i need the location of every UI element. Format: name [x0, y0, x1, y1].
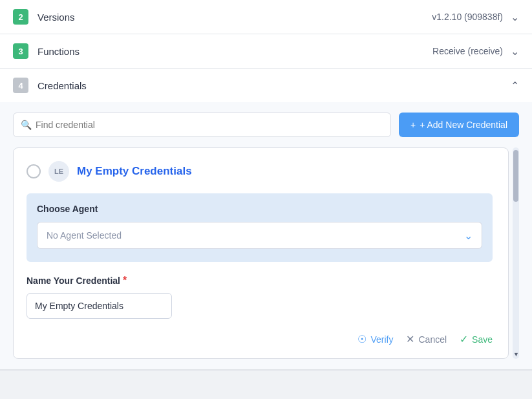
accordion-meta-versions: v1.2.10 (909838f) — [432, 12, 503, 22]
scroll-down-arrow[interactable]: ▼ — [513, 351, 519, 358]
step-badge-functions: 3 — [13, 43, 28, 59]
chevron-up-icon-credentials: ⌃ — [511, 80, 519, 92]
cancel-icon: ✕ — [406, 333, 414, 345]
accordion-title-versions: Versions — [37, 12, 432, 23]
scrollbar-track: ▼ — [513, 147, 519, 359]
agent-select[interactable]: No Agent Selected ⌄ — [37, 222, 482, 249]
credential-name-input[interactable] — [27, 293, 172, 319]
credential-card: LE My Empty Credentials Choose Agent No … — [13, 147, 509, 359]
credential-radio[interactable] — [27, 164, 41, 178]
agent-select-placeholder: No Agent Selected — [47, 230, 122, 241]
cancel-label: Cancel — [418, 334, 447, 345]
avatar: LE — [48, 161, 69, 182]
chevron-down-icon-versions: ⌄ — [511, 11, 519, 23]
choose-agent-box: Choose Agent No Agent Selected ⌄ — [27, 193, 493, 262]
required-star: * — [123, 275, 127, 286]
name-credential-section: Name Your Credential * — [27, 275, 493, 319]
name-label-text: Name Your Credential — [27, 275, 120, 286]
cancel-button[interactable]: ✕ Cancel — [406, 333, 447, 345]
chevron-down-icon-agent: ⌄ — [464, 230, 473, 242]
choose-agent-label: Choose Agent — [37, 204, 482, 214]
save-label: Save — [472, 334, 493, 345]
verify-icon: ☉ — [357, 333, 367, 345]
add-icon: + — [410, 120, 416, 130]
save-button[interactable]: ✓ Save — [460, 333, 493, 345]
accordion-title-credentials: Credentials — [37, 80, 503, 91]
accordion-versions[interactable]: 2 Versions v1.2.10 (909838f) ⌄ — [0, 0, 532, 34]
verify-button[interactable]: ☉ Verify — [357, 333, 393, 345]
save-icon: ✓ — [460, 333, 468, 345]
search-wrapper: 🔍 — [13, 113, 391, 137]
credential-list: LE My Empty Credentials Choose Agent No … — [13, 147, 519, 359]
accordion-functions[interactable]: 3 Functions Receive (receive) ⌄ — [0, 34, 532, 69]
credential-name: My Empty Credentials — [77, 165, 192, 178]
step-badge-credentials: 4 — [13, 78, 28, 93]
card-actions: ☉ Verify ✕ Cancel ✓ Save — [27, 333, 493, 345]
search-icon: 🔍 — [21, 120, 32, 130]
search-input[interactable] — [13, 113, 391, 137]
verify-label: Verify — [370, 334, 393, 345]
credentials-scroll-area: LE My Empty Credentials Choose Agent No … — [13, 147, 519, 359]
name-label: Name Your Credential * — [27, 275, 493, 286]
add-credential-button[interactable]: + + Add New Credential — [399, 113, 519, 137]
add-credential-label: + Add New Credential — [420, 120, 507, 130]
chevron-down-icon-functions: ⌄ — [511, 45, 519, 58]
accordion-credentials[interactable]: 4 Credentials ⌃ 🔍 + + Add New Credential — [0, 69, 532, 371]
credentials-toolbar: 🔍 + + Add New Credential — [13, 113, 519, 137]
accordion-title-functions: Functions — [37, 46, 432, 57]
accordion-meta-functions: Receive (receive) — [432, 46, 503, 56]
scrollbar-thumb[interactable] — [513, 150, 518, 202]
credentials-section: 🔍 + + Add New Credential LE My Empty Cre… — [0, 102, 532, 370]
step-badge-versions: 2 — [13, 9, 28, 25]
credential-card-header: LE My Empty Credentials — [27, 161, 493, 182]
